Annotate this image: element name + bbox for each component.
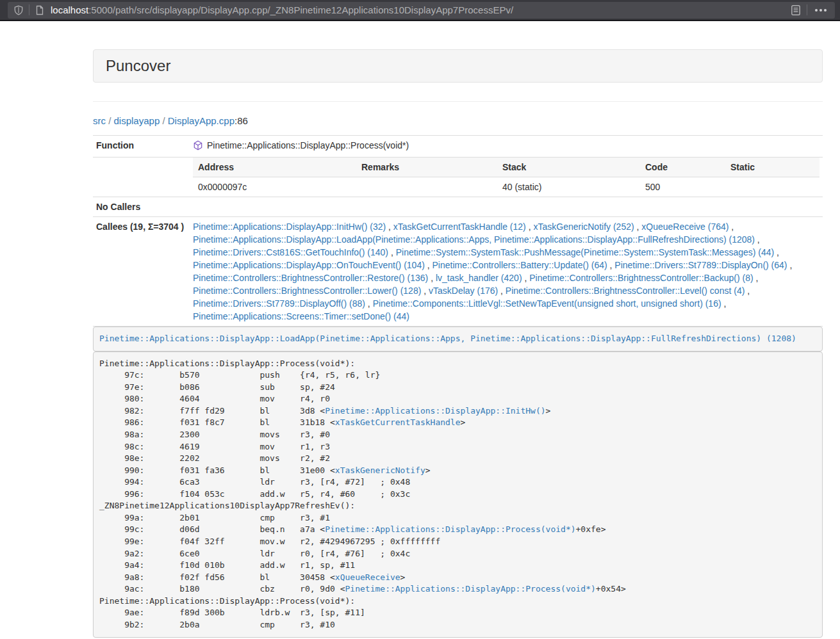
breadcrumb-link[interactable]: DisplayApp.cpp	[168, 115, 235, 126]
callee-link[interactable]: Pinetime::Controllers::BrightnessControl…	[193, 273, 428, 283]
callee-link[interactable]: Pinetime::Controllers::Battery::Update()…	[432, 260, 607, 270]
table-row: Function Pinetime::Applications::Display…	[93, 136, 823, 158]
breadcrumb: src / displayapp / DisplayApp.cpp:86	[93, 115, 823, 126]
function-label: Function	[93, 136, 190, 158]
table-row: Callees (19, Σ=3704 ) Pinetime::Applicat…	[93, 217, 823, 327]
table-row: No Callers	[93, 197, 823, 217]
callee-link[interactable]: Pinetime::Controllers::BrightnessControl…	[193, 286, 421, 296]
callee-link[interactable]: Pinetime::Applications::DisplayApp::Load…	[193, 234, 755, 245]
callee-link[interactable]: Pinetime::Applications::Screens::Timer::…	[193, 311, 409, 321]
stack-cell: 40 (static)	[497, 177, 640, 197]
metrics-table: Address Remarks Stack Code Static 0x0000…	[193, 158, 819, 197]
function-name: Pinetime::Applications::DisplayApp::Proc…	[207, 139, 409, 152]
disasm-symbol-link[interactable]: Pinetime::Applications::DisplayApp::Init…	[325, 406, 545, 416]
column-header-static: Static	[725, 158, 819, 177]
remarks-cell	[356, 177, 497, 197]
disasm-symbol-link[interactable]: xQueueReceive	[335, 572, 400, 582]
snippet-link[interactable]: Pinetime::Applications::DisplayApp::Load…	[99, 334, 796, 343]
page-icon[interactable]	[35, 5, 45, 15]
callee-link[interactable]: Pinetime::Applications::DisplayApp::Init…	[193, 222, 386, 232]
breadcrumb-line-number: :86	[235, 115, 248, 126]
toolbar-divider	[29, 4, 29, 15]
disasm-symbol-link[interactable]: Pinetime::Applications::DisplayApp::Proc…	[325, 524, 575, 534]
callee-link[interactable]: vTaskDelay (176)	[429, 286, 498, 296]
disasm-symbol-link[interactable]: Pinetime::Applications::DisplayApp::Proc…	[345, 584, 596, 594]
callee-link[interactable]: lv_task_handler (420)	[436, 273, 522, 283]
column-header-stack: Stack	[497, 158, 640, 177]
callee-link[interactable]: xQueueReceive (764)	[641, 222, 729, 232]
page-content: Puncover src / displayapp / DisplayApp.c…	[0, 21, 840, 638]
page-actions-icon[interactable]	[812, 9, 829, 12]
callee-link[interactable]: Pinetime::Components::LittleVgl::SetNewT…	[373, 298, 721, 309]
column-header-address: Address	[193, 158, 356, 177]
callee-link[interactable]: Pinetime::System::SystemTask::PushMessag…	[396, 247, 775, 257]
breadcrumb-link[interactable]: src	[93, 115, 106, 126]
url-path: :5000/path/src/displayapp/DisplayApp.cpp…	[88, 4, 513, 15]
column-header-code: Code	[640, 158, 725, 177]
callee-link[interactable]: xTaskGetCurrentTaskHandle (12)	[393, 222, 526, 232]
column-header-remarks: Remarks	[356, 158, 497, 177]
app-header: Puncover	[93, 49, 823, 83]
disasm-symbol-link[interactable]: xTaskGenericNotify	[335, 465, 425, 475]
disassembly-block: Pinetime::Applications::DisplayApp::Proc…	[93, 352, 823, 638]
table-row: Address Remarks Stack Code Static 0x0000…	[93, 158, 823, 197]
url-text[interactable]: localhost:5000/path/src/displayapp/Displ…	[51, 4, 790, 15]
breadcrumb-separator: /	[106, 115, 114, 126]
address-cell: 0x0000097c	[193, 177, 356, 197]
callees-label: Callees (19, Σ=3704 )	[93, 217, 190, 327]
code-cell: 500	[640, 177, 725, 197]
callee-link[interactable]: Pinetime::Controllers::BrightnessControl…	[506, 286, 745, 296]
reader-mode-icon[interactable]	[790, 4, 802, 16]
url-bar[interactable]: localhost:5000/path/src/displayapp/Displ…	[8, 2, 835, 19]
disasm-symbol-link[interactable]: xTaskGetCurrentTaskHandle	[335, 417, 461, 427]
callees-cell: Pinetime::Applications::DisplayApp::Init…	[190, 217, 823, 327]
snippet-block: Pinetime::Applications::DisplayApp::Load…	[93, 327, 823, 352]
toolbar-divider	[807, 4, 807, 15]
callee-link[interactable]: Pinetime::Controllers::BrightnessControl…	[529, 273, 753, 283]
breadcrumb-separator: /	[160, 115, 168, 126]
callee-link[interactable]: Pinetime::Drivers::Cst816S::GetTouchInfo…	[193, 247, 388, 257]
function-table: Function Pinetime::Applications::Display…	[93, 135, 823, 327]
browser-toolbar: localhost:5000/path/src/displayapp/Displ…	[0, 0, 840, 21]
callee-link[interactable]: Pinetime::Drivers::St7789::DisplayOn() (…	[614, 260, 787, 270]
url-host: localhost	[51, 4, 88, 15]
no-callers-label: No Callers	[93, 197, 190, 217]
shield-icon[interactable]	[13, 5, 24, 15]
callee-link[interactable]: Pinetime::Applications::DisplayApp::OnTo…	[193, 260, 425, 270]
callee-link[interactable]: Pinetime::Drivers::St7789::DisplayOff() …	[193, 298, 365, 309]
breadcrumb-link[interactable]: displayapp	[114, 115, 160, 126]
table-row: 0x0000097c 40 (static) 500	[193, 177, 819, 197]
callee-link[interactable]: xTaskGenericNotify (252)	[533, 222, 634, 232]
package-icon	[193, 140, 203, 150]
static-cell	[725, 177, 819, 197]
divider	[93, 101, 823, 102]
app-title: Puncover	[106, 57, 170, 74]
